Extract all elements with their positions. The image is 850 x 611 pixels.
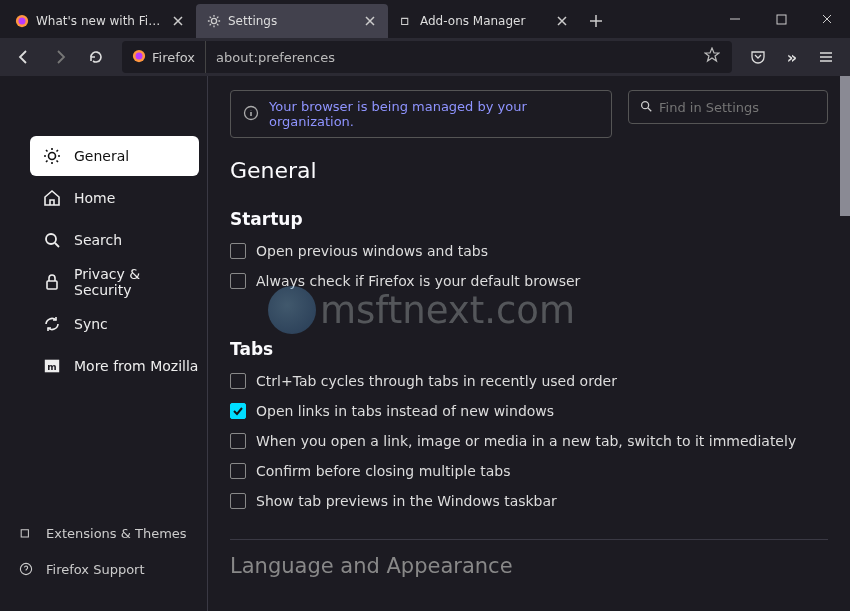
checkbox-label: Always check if Firefox is your default … [256, 273, 580, 289]
url-text: about:preferences [206, 50, 704, 65]
firefox-support-link[interactable]: Firefox Support [12, 551, 195, 587]
gear-icon [42, 146, 62, 166]
checkbox-icon [230, 433, 246, 449]
url-bar[interactable]: Firefox about:preferences [122, 41, 732, 73]
tabs-section: Tabs Ctrl+Tab cycles through tabs in rec… [230, 339, 828, 509]
checkbox-label: Open previous windows and tabs [256, 243, 488, 259]
svg-point-13 [642, 101, 649, 108]
sidebar-item-label: More from Mozilla [74, 358, 198, 374]
scrollbar-thumb[interactable] [840, 76, 850, 216]
checkbox-icon [230, 463, 246, 479]
section-heading: Startup [230, 209, 828, 229]
find-in-settings[interactable] [628, 90, 828, 124]
svg-point-7 [46, 234, 56, 244]
checkbox-label: Confirm before closing multiple tabs [256, 463, 511, 479]
sidebar-item-general[interactable]: General [30, 136, 199, 176]
show-tab-previews-checkbox[interactable]: Show tab previews in the Windows taskbar [230, 493, 828, 509]
overflow-menu[interactable]: » [778, 41, 806, 73]
search-input[interactable] [659, 100, 817, 115]
firefox-icon [14, 13, 30, 29]
window-controls [712, 0, 850, 38]
info-icon [243, 105, 259, 124]
svg-rect-8 [47, 281, 57, 289]
checkbox-label: Show tab previews in the Windows taskbar [256, 493, 557, 509]
close-window-button[interactable] [804, 0, 850, 38]
url-origin: Firefox [122, 41, 206, 73]
svg-text:m: m [47, 362, 56, 372]
browser-tabs: What's new with Firefox - More Settings … [4, 0, 712, 38]
back-button[interactable] [8, 41, 40, 73]
extensions-themes-link[interactable]: Extensions & Themes [12, 515, 195, 551]
ctrl-tab-cycles-checkbox[interactable]: Ctrl+Tab cycles through tabs in recently… [230, 373, 828, 389]
settings-sidebar: General Home Search Privacy & Security S… [0, 76, 208, 611]
svg-rect-3 [777, 15, 786, 24]
search-icon [42, 230, 62, 250]
svg-point-5 [136, 52, 143, 59]
sidebar-item-label: Privacy & Security [74, 266, 199, 298]
checkbox-icon [230, 493, 246, 509]
close-icon[interactable] [554, 13, 570, 29]
confirm-close-tabs-checkbox[interactable]: Confirm before closing multiple tabs [230, 463, 828, 479]
sidebar-item-label: Search [74, 232, 122, 248]
lock-icon [42, 272, 62, 292]
new-tab-button[interactable] [580, 4, 612, 38]
open-links-in-tabs-checkbox[interactable]: Open links in tabs instead of new window… [230, 403, 828, 419]
app-menu-button[interactable] [810, 41, 842, 73]
svg-point-6 [49, 153, 56, 160]
sidebar-item-label: General [74, 148, 129, 164]
svg-point-2 [211, 18, 216, 23]
language-appearance-heading: Language and Appearance [230, 554, 828, 578]
managed-notice: Your browser is being managed by your or… [230, 90, 612, 138]
forward-button[interactable] [44, 41, 76, 73]
bookmark-star-icon[interactable] [704, 47, 720, 67]
sidebar-item-privacy[interactable]: Privacy & Security [30, 262, 207, 302]
titlebar: What's new with Firefox - More Settings … [0, 0, 850, 38]
svg-point-1 [19, 18, 26, 25]
checkbox-icon [230, 243, 246, 259]
maximize-button[interactable] [758, 0, 804, 38]
sidebar-item-more-mozilla[interactable]: m More from Mozilla [30, 346, 207, 386]
browser-tab-1[interactable]: What's new with Firefox - More [4, 4, 196, 38]
reload-button[interactable] [80, 41, 112, 73]
checkbox-icon [230, 273, 246, 289]
puzzle-icon [16, 523, 36, 543]
close-icon[interactable] [362, 13, 378, 29]
pocket-icon[interactable] [742, 41, 774, 73]
checkbox-label: When you open a link, image or media in … [256, 433, 796, 449]
firefox-icon [132, 49, 146, 66]
gear-icon [206, 13, 222, 29]
sync-icon [42, 314, 62, 334]
tab-label: Settings [228, 14, 356, 28]
sidebar-item-home[interactable]: Home [30, 178, 207, 218]
footer-link-label: Extensions & Themes [46, 526, 187, 541]
sidebar-item-search[interactable]: Search [30, 220, 207, 260]
help-icon [16, 559, 36, 579]
checkbox-icon [230, 403, 246, 419]
nav-toolbar: Firefox about:preferences » [0, 38, 850, 76]
always-check-default-checkbox[interactable]: Always check if Firefox is your default … [230, 273, 828, 289]
section-heading: Tabs [230, 339, 828, 359]
checkbox-label: Open links in tabs instead of new window… [256, 403, 554, 419]
minimize-button[interactable] [712, 0, 758, 38]
puzzle-icon [398, 13, 414, 29]
managed-notice-text[interactable]: Your browser is being managed by your or… [269, 99, 599, 129]
tab-label: Add-ons Manager [420, 14, 548, 28]
url-origin-label: Firefox [152, 50, 195, 65]
home-icon [42, 188, 62, 208]
startup-section: Startup Open previous windows and tabs A… [230, 209, 828, 289]
tab-label: What's new with Firefox - More [36, 14, 164, 28]
page-heading: General [230, 158, 828, 183]
sidebar-item-sync[interactable]: Sync [30, 304, 207, 344]
mozilla-icon: m [42, 356, 62, 376]
open-previous-windows-checkbox[interactable]: Open previous windows and tabs [230, 243, 828, 259]
close-icon[interactable] [170, 13, 186, 29]
switch-new-tab-checkbox[interactable]: When you open a link, image or media in … [230, 433, 828, 449]
browser-tab-2[interactable]: Settings [196, 4, 388, 38]
checkbox-icon [230, 373, 246, 389]
footer-link-label: Firefox Support [46, 562, 145, 577]
browser-tab-3[interactable]: Add-ons Manager [388, 4, 580, 38]
watermark: msftnext.com [268, 286, 575, 334]
sidebar-item-label: Home [74, 190, 115, 206]
checkbox-label: Ctrl+Tab cycles through tabs in recently… [256, 373, 617, 389]
settings-main: msftnext.com Your browser is being manag… [208, 76, 850, 611]
